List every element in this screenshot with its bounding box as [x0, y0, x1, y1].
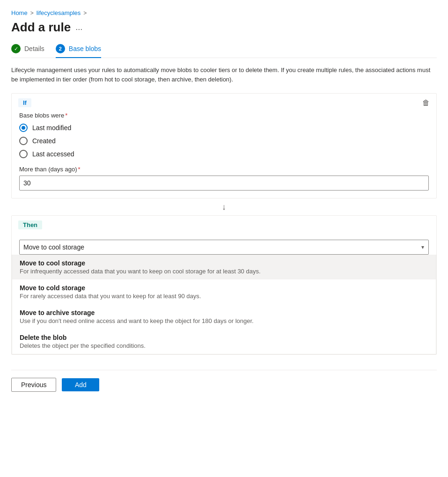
dropdown-option-delete[interactable]: Delete the blob Deletes the object per t… — [12, 329, 436, 354]
days-input[interactable] — [19, 176, 429, 191]
tab-details-label: Details — [24, 45, 44, 52]
dropdown-option-delete-title: Delete the blob — [20, 334, 428, 341]
tab-base-blobs-label: Base blobs — [69, 45, 101, 52]
tab-base-blobs[interactable]: 2 Base blobs — [56, 44, 101, 58]
tab-details-check-icon: ✓ — [11, 44, 21, 53]
days-label: More than (days ago)* — [19, 166, 429, 173]
radio-created[interactable]: Created — [19, 137, 429, 145]
radio-last-modified-circle — [19, 124, 28, 132]
select-wrapper: Move to cool storage Move to cold storag… — [19, 240, 429, 255]
radio-last-accessed-label: Last accessed — [32, 150, 74, 158]
breadcrumb-section[interactable]: lifecyclesamples — [37, 9, 81, 16]
breadcrumb: Home > lifecyclesamples > — [11, 9, 437, 16]
required-asterisk: * — [65, 112, 67, 119]
breadcrumb-sep1: > — [30, 10, 34, 16]
arrow-connector: ↓ — [11, 198, 437, 215]
radio-created-circle — [19, 137, 28, 145]
then-card: Then Move to cool storage Move to cold s… — [11, 215, 437, 355]
dropdown-option-cool[interactable]: Move to cool storage For infrequently ac… — [12, 255, 436, 279]
footer: Previous Add — [11, 370, 437, 392]
previous-button[interactable]: Previous — [11, 378, 56, 392]
dropdown-option-archive-title: Move to archive storage — [20, 309, 428, 316]
then-card-body: Move to cool storage Move to cold storag… — [12, 234, 436, 255]
then-label: Then — [18, 220, 42, 229]
dropdown-option-cold[interactable]: Move to cold storage For rarely accessed… — [12, 279, 436, 304]
page-title-ellipsis[interactable]: ... — [75, 22, 82, 32]
if-card: If 🗑 Base blobs were* Last modified Crea… — [11, 93, 437, 198]
delete-icon[interactable]: 🗑 — [422, 99, 430, 107]
base-blobs-were-label: Base blobs were* — [19, 112, 429, 119]
radio-last-accessed[interactable]: Last accessed — [19, 150, 429, 158]
if-label: If — [18, 98, 31, 107]
radio-group: Last modified Created Last accessed — [19, 124, 429, 158]
radio-created-label: Created — [32, 137, 56, 145]
if-card-body: Base blobs were* Last modified Created L… — [12, 112, 436, 198]
dropdown-options: Move to cool storage For infrequently ac… — [12, 255, 436, 354]
dropdown-option-cold-desc: For rarely accessed data that you want t… — [20, 293, 428, 300]
add-button[interactable]: Add — [62, 378, 99, 391]
action-select[interactable]: Move to cool storage Move to cold storag… — [19, 240, 429, 255]
tab-details[interactable]: ✓ Details — [11, 44, 44, 58]
page-title: Add a rule — [11, 20, 71, 35]
page-title-container: Add a rule ... — [11, 20, 437, 35]
if-card-header: If 🗑 — [12, 94, 436, 112]
description-text: Lifecycle management uses your rules to … — [11, 66, 437, 84]
radio-last-modified[interactable]: Last modified — [19, 124, 429, 132]
breadcrumb-home[interactable]: Home — [11, 9, 28, 16]
dropdown-option-archive-desc: Use if you don't need online access and … — [20, 317, 428, 324]
tabs: ✓ Details 2 Base blobs — [11, 44, 437, 58]
dropdown-option-archive[interactable]: Move to archive storage Use if you don't… — [12, 304, 436, 329]
breadcrumb-sep2: > — [83, 10, 87, 16]
dropdown-option-cold-title: Move to cold storage — [20, 284, 428, 292]
radio-last-modified-label: Last modified — [32, 124, 71, 132]
tab-base-blobs-num-icon: 2 — [56, 44, 65, 53]
then-card-header: Then — [12, 216, 436, 234]
dropdown-option-delete-desc: Deletes the object per the specified con… — [20, 342, 428, 349]
dropdown-option-cool-title: Move to cool storage — [20, 259, 428, 267]
radio-last-accessed-circle — [19, 150, 28, 158]
dropdown-option-cool-desc: For infrequently accessed data that you … — [20, 268, 428, 275]
